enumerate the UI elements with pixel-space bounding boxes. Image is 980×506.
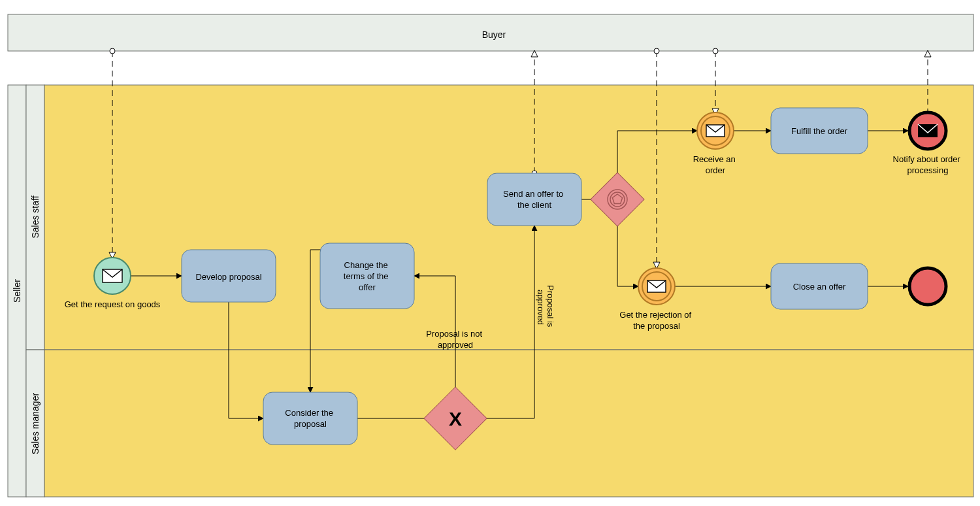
label-approved: Proposal is approved (536, 285, 555, 329)
task-close-offer: Close an offer (771, 263, 868, 309)
lane-sales-manager-label: Sales manager (30, 393, 41, 455)
task-consider-proposal: Consider the proposal Consider the propo… (263, 392, 357, 445)
svg-point-46 (909, 268, 946, 305)
svg-text:Close an offer: Close an offer (793, 282, 846, 292)
task-send-offer: Send an offer to the client Send an offe… (487, 173, 581, 226)
svg-rect-14 (263, 392, 357, 445)
task-fulfill-order: Fulfill the order (771, 108, 868, 154)
task-develop-proposal: Develop proposal (182, 250, 276, 302)
svg-text:Develop proposal: Develop proposal (195, 272, 261, 282)
start-event-label: Get the request on goods (65, 299, 161, 309)
svg-text:Fulfill the order: Fulfill the order (791, 126, 848, 136)
end-event-plain (909, 268, 946, 305)
lane-sales-staff-label: Sales staff (30, 195, 41, 238)
bpmn-diagram: Buyer Seller Sales staff Sales manager (0, 0, 980, 506)
svg-rect-21 (487, 173, 581, 226)
svg-text:X: X (449, 408, 462, 430)
pool-buyer-label: Buyer (482, 29, 506, 40)
svg-rect-6 (44, 350, 973, 497)
pool-seller-label: Seller (12, 279, 22, 303)
task-change-terms: Change the terms of the offer Change the… (320, 243, 414, 309)
pool-buyer: Buyer (8, 14, 973, 51)
